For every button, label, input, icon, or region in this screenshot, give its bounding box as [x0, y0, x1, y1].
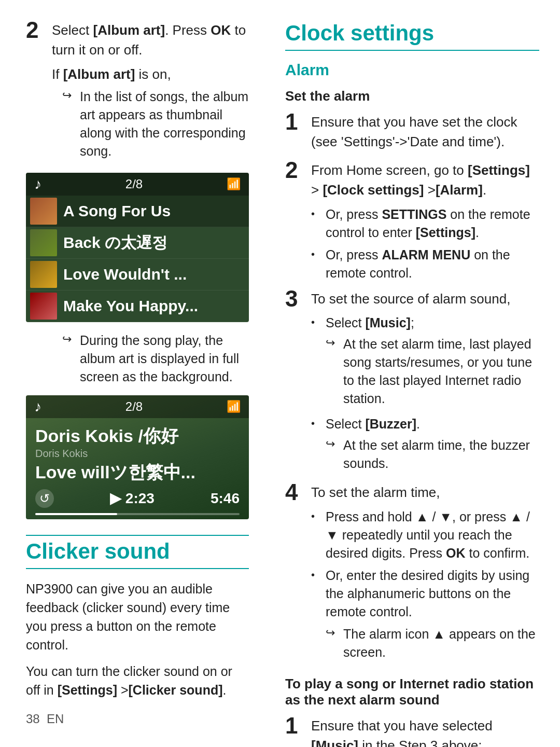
to-play-label: To play a song or Internet radio station… [285, 676, 539, 708]
s1b-text1: Ensure that you have selected [311, 718, 493, 734]
if-album-art: If [Album art] is on, [52, 65, 249, 85]
signal-icon-fs: 📶 [227, 400, 241, 413]
clicker-bold2: [Clicker sound] [129, 683, 223, 697]
repeat-icon: ↺ [35, 489, 54, 508]
step-4r-number: 4 [285, 481, 311, 504]
progress-bar [35, 513, 240, 515]
left-column: 2 Select [Album art]. Press OK to turn i… [0, 0, 264, 747]
step-2-bold1: [Album art] [93, 22, 165, 38]
s2-text2: > [311, 182, 323, 198]
arrow-icon-1: ↪ [62, 88, 77, 104]
s3-text: To set the source of alarm sound, [311, 291, 510, 307]
page-lang: EN [47, 712, 64, 726]
s4-ok: OK [446, 546, 466, 560]
s3-b2-content: Select [Buzzer]. ↪ At the set alarm time… [326, 415, 539, 476]
s4-bullet-2: • Or, enter the desired digits by using … [311, 566, 539, 621]
s2-text1: From Home screen, go to [311, 162, 468, 178]
track-number-1: 2/8 [125, 177, 143, 191]
step-1b-content: Ensure that you have selected [Music] in… [311, 716, 539, 747]
fs-duration: 5:46 [211, 490, 240, 507]
s4-arrow-icon: ↪ [326, 625, 340, 641]
step-2r-bullets: • Or, press SETTINGS on the remote contr… [311, 205, 539, 282]
step-2-text: Select [52, 22, 93, 38]
if-suffix: is on, [135, 66, 171, 82]
if-text: If [52, 66, 63, 82]
s3-text3: . [416, 417, 420, 431]
s3-bullet-2: • Select [Buzzer]. ↪ At the set alarm ti… [311, 415, 539, 476]
s1b-text2: in the Step 3 above; [358, 738, 482, 747]
s2-bullet-1: • Or, press SETTINGS on the remote contr… [311, 205, 539, 242]
player-fs-bottom: ↺ ▶ 2:23 5:46 [26, 487, 249, 513]
step-2-bold2: OK [211, 22, 231, 38]
s3-arrow-text-2: At the set alarm time, the buzzer sounds… [343, 436, 539, 473]
step-2-content: Select [Album art]. Press OK to turn it … [52, 21, 249, 163]
step-2-text2: . Press [165, 22, 211, 38]
step-3r-bullets: • Select [Music]; ↪ At the set alarm tim… [311, 314, 539, 476]
arrow-1: ↪ In the list of songs, the album art ap… [52, 88, 249, 160]
step-4r-content: To set the alarm time, • Press and hold … [311, 483, 539, 666]
s4-b1-text: Press and hold ▲ / ▼, or press ▲ / ▼ rep… [326, 508, 539, 562]
step-2-number: 2 [26, 19, 52, 42]
player-song-list-1: A Song For Us Back の太遅정 Love Wouldn't ..… [26, 196, 249, 322]
fs-song-line1: Doris Kokis /你好 [35, 425, 240, 447]
s2-bold1: [Settings] [468, 162, 530, 178]
clock-settings-title: Clock settings [285, 21, 539, 51]
s3-b1-content: Select [Music]; ↪ At the set alarm time,… [326, 314, 539, 411]
step-3r-content: To set the source of alarm sound, • Sele… [311, 289, 539, 480]
s2-bullet-2: • Or, press ALARM MENU on the remote con… [311, 246, 539, 282]
player-fs-main: Doris Kokis /你好 Doris Kokis Love willツ한繁… [26, 418, 249, 487]
song-thumb-4 [30, 293, 57, 320]
arrow-icon-2: ↪ [62, 331, 77, 348]
s3-arrow-icon-1: ↪ [326, 335, 340, 351]
s3-arrow-icon-2: ↪ [326, 436, 340, 452]
arrow-2-text: During the song play, the album art is d… [80, 331, 249, 386]
step-2-right: 2 From Home screen, go to [Settings] > [… [285, 161, 539, 286]
song-item-2: Back の太遅정 [26, 227, 249, 259]
s4-bullet-icon-2: • [311, 568, 320, 582]
page-number: 38 [26, 712, 40, 726]
player-topbar-1: ♪ 2/8 📶 [26, 173, 249, 196]
step-1-right: 1 Ensure that you have set the clock (se… [285, 113, 539, 151]
s2-b2-text: Or, press ALARM MENU on the remote contr… [326, 246, 539, 282]
step-4r-bullets: • Press and hold ▲ / ▼, or press ▲ / ▼ r… [311, 508, 539, 661]
s4-bullet-3: ↪ The alarm icon ▲ appears on the screen… [311, 625, 539, 661]
page-footer: 38 EN [26, 712, 64, 726]
right-column: Clock settings Alarm Set the alarm 1 Ens… [264, 0, 560, 747]
step-1b-right: 1 Ensure that you have selected [Music] … [285, 716, 539, 747]
progress-bar-fill [35, 513, 117, 515]
step-3r-number: 3 [285, 287, 311, 310]
clicker-p2: You can turn the clicker sound on or off… [26, 662, 249, 700]
step-1-number: 1 [285, 110, 311, 133]
s2-period: . [483, 182, 486, 198]
step-1-content: Ensure that you have set the clock (see … [311, 113, 539, 151]
s3-arrow-1: ↪ At the set alarm time, last played son… [326, 335, 539, 408]
song-thumb-2 [30, 229, 57, 256]
if-bold: [Album art] [63, 66, 135, 82]
s4-arrow-1: ↪ The alarm icon ▲ appears on the screen… [326, 625, 539, 661]
s4-bullet-icon-1: • [311, 509, 320, 523]
clicker-title: Clicker sound [26, 539, 249, 569]
song-item-3: Love Wouldn't ... [26, 259, 249, 290]
clicker-divider [26, 535, 249, 536]
s3-text2: ; [411, 315, 414, 330]
clicker-section: Clicker sound NP3900 can give you an aud… [26, 535, 249, 700]
step-2-block: 2 Select [Album art]. Press OK to turn i… [26, 21, 249, 163]
s3-arrow-text-1: At the set alarm time, last played song … [343, 335, 539, 408]
arrow-2: ↪ During the song play, the album art is… [52, 331, 249, 386]
song-thumb-1 [30, 198, 57, 225]
s4-arrow-text: The alarm icon ▲ appears on the screen. [343, 625, 539, 661]
alarm-subtitle: Alarm [285, 61, 539, 79]
bullet-icon-2: • [311, 247, 320, 261]
music-icon-fs: ♪ [34, 398, 41, 415]
s2-bold2: [Clock settings] [323, 182, 424, 198]
s2-b1-text: Or, press SETTINGS on the remote control… [326, 205, 539, 242]
fs-artist: Doris Kokis [35, 448, 240, 460]
player-ui-1: ♪ 2/8 📶 A Song For Us Back の太遅정 Love Wou… [26, 173, 249, 322]
s3-bold1: [Music] [365, 315, 411, 330]
s3-bullet-icon-2: • [311, 416, 320, 431]
s2-bold3: [Alarm] [436, 182, 483, 198]
player-fullscreen: ♪ 2/8 📶 Doris Kokis /你好 Doris Kokis Love… [26, 395, 249, 519]
track-number-fs: 2/8 [125, 399, 143, 414]
bullet-icon-1: • [311, 206, 320, 221]
s4-text: To set the alarm time, [311, 485, 440, 500]
